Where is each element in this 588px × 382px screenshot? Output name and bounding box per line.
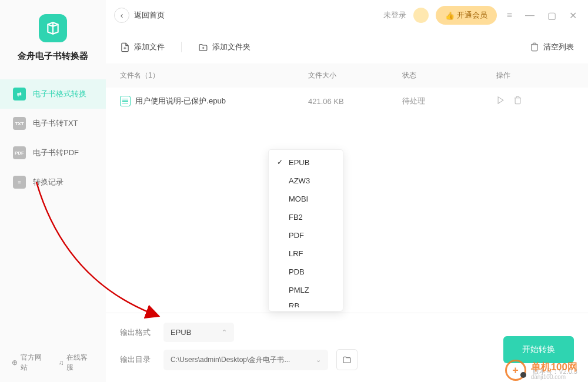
file-name-text: 用户使用说明-已保护.epub [135,96,226,106]
btn-label: 添加文件 [134,42,165,52]
col-action: 操作 [496,71,574,81]
col-name: 文件名（1） [120,71,308,81]
output-format-select[interactable]: EPUB ⌃ [163,323,234,342]
output-dir-label: 输出目录 [120,354,155,365]
nav-label: 电子书转TXT [33,118,78,129]
dropdown-option-pdb[interactable]: PDB [269,263,343,281]
nav-label: 转换记录 [33,177,64,187]
minimize-button[interactable]: — [522,9,537,22]
thumbs-up-icon: 👍 [445,11,455,20]
back-label: 返回首页 [134,10,165,21]
close-button[interactable]: ✕ [566,9,580,22]
history-icon: ≡ [13,176,26,189]
app-title: 金舟电子书转换器 [12,51,94,62]
maximize-button[interactable]: ▢ [544,9,559,22]
main: ‹ 返回首页 未登录 👍 开通会员 ≡ — ▢ ✕ 添加文件 [106,0,588,382]
dropdown-option-rb[interactable]: RB [269,299,343,307]
dropdown-option-epub[interactable]: EPUB [269,153,343,172]
menu-button[interactable]: ≡ [504,9,515,22]
format-dropdown: EPUB AZW3 MOBI FB2 PDF LRF PDB PMLZ RB [268,149,343,311]
sidebar: 金舟电子书转换器 ⇄ 电子书格式转换 TXT 电子书转TXT PDF 电子书转P… [0,0,106,382]
chevron-down-icon: ⌄ [316,356,321,364]
dropdown-option-pdf[interactable]: PDF [269,226,343,244]
table-header: 文件名（1） 文件大小 状态 操作 [106,63,588,88]
file-status-cell: 待处理 [402,96,496,106]
footer-links: ⊕ 官方网站 ♫ 在线客服 [0,343,106,382]
vip-label: 开通会员 [457,10,487,21]
nav-format-convert[interactable]: ⇄ 电子书格式转换 [0,79,106,109]
table-row[interactable]: 用户使用说明-已保护.epub 421.06 KB 待处理 [106,88,588,115]
toolbar: 添加文件 添加文件夹 清空列表 [106,31,588,63]
dropdown-option-azw3[interactable]: AZW3 [269,172,343,190]
file-actions [496,96,574,106]
col-status: 状态 [402,71,496,81]
globe-icon: ⊕ [12,358,18,367]
add-file-icon [120,42,130,52]
dir-value: C:\Users\admin\Desktop\金舟电子书... [171,355,290,365]
header-right: 未登录 👍 开通会员 ≡ — ▢ ✕ [383,6,580,25]
play-button[interactable] [496,96,505,106]
dropdown-option-mobi[interactable]: MOBI [269,190,343,208]
format-value: EPUB [171,328,191,337]
back-button[interactable]: ‹ 返回首页 [114,8,165,23]
btn-label: 添加文件夹 [212,42,250,52]
epub-file-icon [120,96,131,106]
add-folder-button[interactable]: 添加文件夹 [198,42,250,52]
dropdown-option-fb2[interactable]: FB2 [269,208,343,226]
link-label: 在线客服 [66,353,94,373]
add-file-button[interactable]: 添加文件 [120,42,165,52]
folder-icon [342,355,352,364]
logo-area: 金舟电子书转换器 [0,0,106,71]
file-size-cell: 421.06 KB [308,97,402,106]
login-status[interactable]: 未登录 [383,10,406,21]
dropdown-option-lrf[interactable]: LRF [269,244,343,263]
nav-to-txt[interactable]: TXT 电子书转TXT [0,109,106,138]
start-label: 开始转换 [522,344,555,354]
nav-label: 电子书格式转换 [33,89,86,99]
avatar[interactable] [413,8,429,23]
convert-icon: ⇄ [13,88,26,100]
add-folder-icon [198,42,208,52]
txt-icon: TXT [13,117,26,130]
nav-history[interactable]: ≡ 转换记录 [0,167,106,197]
btn-label: 清空列表 [543,42,574,52]
nav-label: 电子书转PDF [33,148,79,158]
support-link[interactable]: ♫ 在线客服 [58,353,94,373]
trash-icon [530,42,539,52]
nav-to-pdf[interactable]: PDF 电子书转PDF [0,138,106,167]
output-format-label: 输出格式 [120,327,155,338]
app-logo [39,14,67,42]
vip-button[interactable]: 👍 开通会员 [436,6,497,25]
chevron-left-icon: ‹ [114,8,129,23]
watermark: + 单机100网 danji100.com [505,360,577,381]
clear-list-button[interactable]: 清空列表 [530,42,574,52]
watermark-name: 单机100网 [531,360,577,374]
output-dir-select[interactable]: C:\Users\admin\Desktop\金舟电子书... ⌄ [163,350,328,370]
dropdown-option-pmlz[interactable]: PMLZ [269,281,343,299]
col-size: 文件大小 [308,71,402,81]
header: ‹ 返回首页 未登录 👍 开通会员 ≡ — ▢ ✕ [106,0,588,31]
chevron-up-icon: ⌃ [222,329,227,336]
watermark-logo: + [505,360,526,381]
delete-button[interactable] [513,96,522,106]
official-website-link[interactable]: ⊕ 官方网站 [12,353,48,373]
headset-icon: ♫ [58,358,64,367]
watermark-sub: danji100.com [531,374,577,380]
pdf-icon: PDF [13,146,26,159]
file-name-cell: 用户使用说明-已保护.epub [120,96,308,106]
open-folder-button[interactable] [336,349,358,370]
nav: ⇄ 电子书格式转换 TXT 电子书转TXT PDF 电子书转PDF ≡ 转换记录 [0,71,106,205]
link-label: 官方网站 [21,353,48,373]
separator [181,42,182,52]
